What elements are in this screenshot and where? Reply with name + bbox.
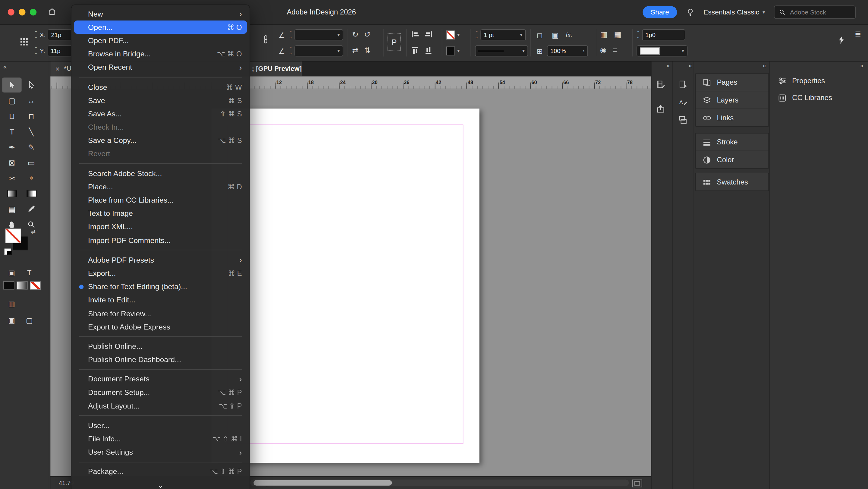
fill-color-dropdown-icon[interactable]: ▾ <box>457 32 460 37</box>
menu-item-save-as[interactable]: Save As...⇧ ⌘ S <box>74 107 247 120</box>
menu-item-text-to-image[interactable]: Text to Image <box>74 207 247 220</box>
rotate-cw-icon[interactable]: ↻ <box>352 30 359 39</box>
frame-fitting-icon[interactable]: ▣ <box>550 30 560 40</box>
pen-tool[interactable]: ✒ <box>2 140 22 155</box>
menu-item-share-for-review[interactable]: Share for Review... <box>74 307 247 320</box>
stroke-weight-dropdown[interactable]: 1 pt▾ <box>480 29 526 40</box>
adjust-layout-icon[interactable] <box>652 76 669 92</box>
panel-tab-links[interactable]: Links <box>696 109 769 126</box>
menu-item-adobe-pdf-presets[interactable]: Adobe PDF Presets› <box>74 253 247 267</box>
free-transform-tool[interactable]: ⌖ <box>22 171 41 186</box>
eyedropper-tool[interactable] <box>22 202 41 217</box>
panel-tab-pages[interactable]: Pages <box>696 73 769 91</box>
menu-item-save[interactable]: Save⌘ S <box>74 94 247 107</box>
align-left-icon[interactable] <box>411 30 420 39</box>
content-collector-tool[interactable]: ⊔ <box>2 109 22 124</box>
formatting-affects-text-button[interactable]: T <box>23 267 35 278</box>
scissors-tool[interactable]: ✂ <box>2 171 22 186</box>
paragraph-styles-icon[interactable] <box>674 112 691 127</box>
view-options-button[interactable]: ▥ <box>5 298 18 309</box>
fill-swatch-none[interactable] <box>5 229 21 243</box>
y-field[interactable]: 11p <box>47 45 73 57</box>
direct-selection-tool[interactable] <box>22 78 41 93</box>
effects-label[interactable]: fx. <box>566 32 572 38</box>
corner-options-icon[interactable]: ◻ <box>535 30 545 40</box>
type-tool[interactable]: T <box>2 124 22 139</box>
menu-item-import-xml[interactable]: Import XML... <box>74 220 247 234</box>
panel-tab-layers[interactable]: Layers <box>696 91 769 109</box>
rotate-ccw-icon[interactable]: ↺ <box>364 30 371 39</box>
rectangle-frame-tool[interactable]: ⊠ <box>2 155 22 170</box>
menu-item-share-for-text-editing-beta[interactable]: Share for Text Editing (beta)... <box>74 280 247 293</box>
flip-vertical-icon[interactable]: ⇅ <box>364 46 371 55</box>
shear-stepper[interactable]: ⌃⌄ <box>289 47 292 55</box>
opacity-dropdown[interactable]: 100%› <box>547 45 588 57</box>
menu-item-search-adobe-stock[interactable]: Search Adobe Stock... <box>74 167 247 180</box>
menu-item-document-setup[interactable]: Document Setup...⌥ ⌘ P <box>74 386 247 399</box>
stock-search-input[interactable] <box>789 8 841 16</box>
menu-item-place-from-cc-libraries[interactable]: Place from CC Libraries... <box>74 193 247 207</box>
menu-scroll-more-icon[interactable]: ⌄ <box>71 481 250 489</box>
text-columns-icon[interactable]: ▥ <box>600 30 607 39</box>
menu-item-place[interactable]: Place...⌘ D <box>74 180 247 193</box>
shear-angle-dropdown[interactable]: ▾ <box>294 45 343 57</box>
menu-item-open-pdf[interactable]: Open PDF... <box>74 34 247 47</box>
line-tool[interactable]: ╲ <box>22 124 41 139</box>
apply-color-button[interactable] <box>3 281 14 290</box>
new-page-icon[interactable] <box>674 76 691 92</box>
menu-item-close[interactable]: Close⌘ W <box>74 80 247 93</box>
far-dock-collapse-icon[interactable]: « <box>860 62 864 69</box>
menu-item-import-pdf-comments[interactable]: Import PDF Comments... <box>74 234 247 247</box>
workspace-switcher[interactable]: Essentials Classic ▾ <box>704 8 765 16</box>
strip2-collapse-icon[interactable]: « <box>689 62 692 69</box>
screen-mode-preview-button[interactable]: ▢ <box>23 314 35 326</box>
space-field[interactable]: 1p0 <box>642 29 685 40</box>
menu-item-publish-online[interactable]: Publish Online... <box>74 339 247 353</box>
learn-bulb-icon[interactable] <box>686 8 694 17</box>
menu-item-adjust-layout[interactable]: Adjust Layout...⌥ ⇧ P <box>74 399 247 412</box>
menu-item-file-info[interactable]: File Info...⌥ ⇧ ⌘ I <box>74 432 247 445</box>
constrain-proportions-icon[interactable] <box>261 35 270 44</box>
align-right-icon[interactable] <box>424 30 433 39</box>
share-screen-icon[interactable] <box>652 101 669 116</box>
window-zoom-button[interactable] <box>30 9 36 16</box>
note-tool[interactable]: ▤ <box>2 202 22 217</box>
text-frame-options-icon[interactable]: ▦ <box>614 30 621 39</box>
menu-item-new[interactable]: New› <box>74 7 247 21</box>
panel-tab-swatches[interactable]: Swatches <box>696 173 769 190</box>
stroke-type-dropdown[interactable]: ▾ <box>475 45 528 57</box>
menu-item-export-to-adobe-express[interactable]: Export to Adobe Express <box>74 320 247 333</box>
menu-item-document-presets[interactable]: Document Presets› <box>74 373 247 386</box>
menu-item-open-recent[interactable]: Open Recent› <box>74 61 247 74</box>
fill-color-swatch[interactable] <box>446 30 455 39</box>
default-fill-stroke-icon[interactable] <box>4 249 11 255</box>
align-bottom-icon[interactable] <box>424 46 433 55</box>
character-styles-icon[interactable]: A <box>674 94 691 110</box>
y-stepper[interactable]: ⌃⌄ <box>34 47 38 55</box>
strip1-collapse-icon[interactable]: « <box>666 62 670 69</box>
menu-item-user[interactable]: User... <box>74 419 247 432</box>
stroke-weight-stepper[interactable]: ⌃⌄ <box>475 31 478 39</box>
panel-tab-properties[interactable]: Properties <box>770 72 868 89</box>
share-button[interactable]: Share <box>643 6 677 18</box>
gap-tool[interactable]: ↔ <box>22 93 41 108</box>
apply-none-button[interactable] <box>30 281 41 290</box>
rotation-angle-dropdown[interactable]: ▾ <box>294 29 343 40</box>
stroke-color-dropdown-icon[interactable]: ▾ <box>457 49 460 54</box>
window-close-button[interactable] <box>8 9 14 16</box>
gradient-feather-tool[interactable] <box>22 186 41 201</box>
menu-item-open[interactable]: Open...⌘ O <box>74 21 247 34</box>
gradient-swatch-tool[interactable] <box>2 186 22 201</box>
menu-item-browse-in-bridge[interactable]: Browse in Bridge...⌥ ⌘ O <box>74 47 247 61</box>
x-stepper[interactable]: ⌃⌄ <box>34 31 38 39</box>
menu-item-invite-to-edit[interactable]: Invite to Edit... <box>74 293 247 307</box>
toolbar-collapse-icon[interactable]: « <box>3 63 7 70</box>
align-top-icon[interactable] <box>411 46 420 55</box>
rotation-stepper[interactable]: ⌃⌄ <box>289 31 292 39</box>
panel-menu-icon[interactable]: ≣ <box>855 29 861 38</box>
dock-collapse-icon[interactable]: « <box>763 62 766 69</box>
content-placer-tool[interactable]: ⊓ <box>22 109 41 124</box>
horizontal-scrollbar-thumb[interactable] <box>253 480 392 485</box>
space-stepper[interactable]: ⌃⌄ <box>637 31 640 39</box>
tab-close-icon[interactable]: × <box>56 64 60 73</box>
